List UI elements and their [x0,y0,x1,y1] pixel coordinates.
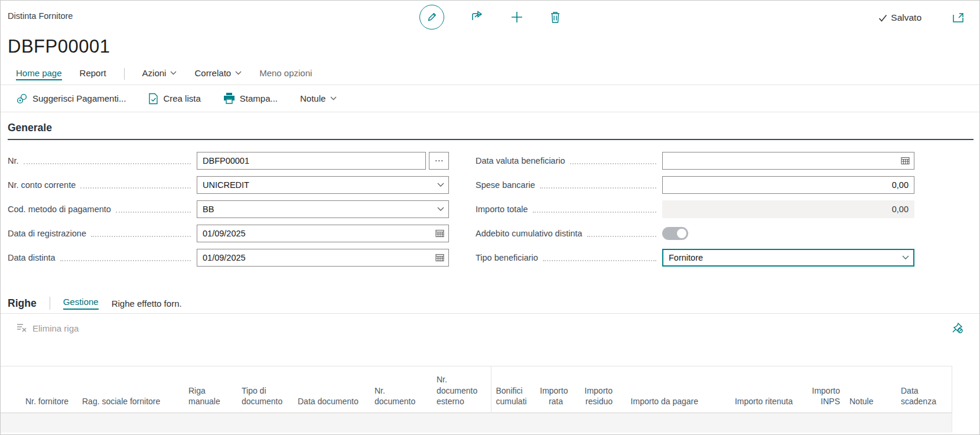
col-nr-documento[interactable]: Nr. documento [370,366,432,413]
pencil-icon [426,11,438,23]
tab-home-page[interactable]: Home page [16,68,62,80]
check-icon [878,14,887,22]
col-bonifici-cumulati[interactable]: Bonifici cumulati [491,366,535,413]
calendar-icon[interactable] [901,157,910,165]
dotted-leader [60,254,191,261]
col-data-documento[interactable]: Data documento [293,366,370,413]
righe-header: Righe Gestione Righe effetto forn. [1,293,979,314]
tab-meno-opzioni[interactable]: Meno opzioni [259,68,312,80]
col-importo-ritenuta[interactable]: Importo ritenuta [703,366,797,413]
general-section: Generale Nr. DBFP00001 ⋯ Nr. conto corre… [1,112,979,270]
nr-input[interactable]: DBFP00001 [197,152,426,170]
dotted-leader [533,206,656,213]
print-button[interactable]: Stampa... [223,93,278,104]
col-importo-inps[interactable]: Importo INPS [797,366,845,413]
conto-corrente-select[interactable]: UNICREDIT [197,176,449,194]
field-data-valuta-beneficiario-label: Data valuta beneficiario [476,156,565,165]
empty-line-row[interactable] [1,413,952,433]
tab-report[interactable]: Report [80,68,106,80]
chevron-down-icon[interactable] [437,207,444,212]
field-cod-metodo-pagamento: Cod. metodo di pagamento BB [8,197,449,221]
col-rag-sociale-fornitore[interactable]: Rag. sociale fornitore [77,366,184,413]
tab-correlato[interactable]: Correlato [194,68,242,80]
printer-icon [223,93,235,104]
record-actions [419,5,561,30]
chevron-down-icon [170,71,177,75]
addebito-cumulativo-toggle[interactable] [662,227,688,240]
col-data-scadenza[interactable]: Data scadenza [883,366,952,413]
col-importo-da-pagare[interactable]: Importo da pagare [617,366,703,413]
dotted-leader [116,206,191,213]
tab-azioni[interactable]: Azioni [142,68,177,80]
data-valuta-beneficiario-input[interactable] [662,152,914,170]
new-button[interactable] [510,11,523,24]
suggest-payments-button[interactable]: Suggerisci Pagamenti... [16,93,126,105]
create-list-label: Crea lista [163,93,200,103]
chevron-down-icon [330,96,337,100]
col-nr-fornitore[interactable]: Nr. fornitore [1,366,77,413]
data-distinta-input[interactable]: 01/09/2025 [197,249,449,267]
ribbon-tabs: Home page Report Azioni Correlato Meno o… [1,63,979,85]
tab-azioni-label: Azioni [142,68,167,78]
create-list-button[interactable]: Crea lista [148,93,200,105]
share-icon [470,10,484,24]
document-check-icon [148,93,158,105]
col-tipo-documento[interactable]: Tipo di documento [237,366,293,413]
general-left-column: Nr. DBFP00001 ⋯ Nr. conto corrente UNICR… [8,148,449,270]
metodo-pagamento-select[interactable]: BB [197,200,449,218]
plus-icon [510,11,523,24]
importo-totale-readonly: 0,00 [662,200,914,218]
righe-separator [50,297,50,310]
print-label: Stampa... [240,93,278,103]
chevron-down-icon[interactable] [902,255,909,260]
suggest-payments-icon [16,93,28,105]
field-nr-conto-corrente: Nr. conto corrente UNICREDIT [8,173,449,197]
righe-menu-gestione[interactable]: Gestione [63,297,99,310]
annotation-arrow [662,249,666,255]
suggest-payments-label: Suggerisci Pagamenti... [32,93,126,103]
righe-toolbar: Elimina riga [1,314,979,342]
col-notule[interactable]: Notule [845,366,883,413]
calendar-icon[interactable] [435,254,444,262]
dotted-leader [24,157,191,164]
field-nr-conto-corrente-label: Nr. conto corrente [8,180,76,190]
field-data-registrazione: Data di registrazione 01/09/2025 [8,221,449,245]
data-distinta-value: 01/09/2025 [203,253,246,262]
col-importo-rata[interactable]: Importo rata [535,366,568,413]
data-registrazione-input[interactable]: 01/09/2025 [197,225,449,242]
ellipsis-icon: ⋯ [435,155,444,165]
top-bar: Distinta Fornitore [1,1,979,35]
delete-button[interactable] [549,11,561,24]
data-registrazione-value: 01/09/2025 [203,229,246,238]
field-data-valuta-beneficiario: Data valuta beneficiario [476,148,914,173]
calendar-icon[interactable] [435,229,444,238]
righe-menu-righe-effetto[interactable]: Righe effetto forn. [112,298,182,309]
delete-row-button[interactable]: Elimina riga [16,323,79,333]
open-in-new-window-button[interactable] [952,12,964,23]
field-data-registrazione-label: Data di registrazione [8,229,86,238]
tipo-beneficiario-select[interactable]: Fornitore [662,249,914,267]
col-importo-residuo[interactable]: Importo residuo [568,366,617,413]
chevron-down-icon [235,71,242,75]
field-importo-totale-label: Importo totale [476,204,528,214]
notule-menu-button[interactable]: Notule [300,93,337,103]
edit-button[interactable] [419,5,444,30]
field-data-distinta: Data distinta 01/09/2025 [8,245,449,270]
field-data-distinta-label: Data distinta [8,253,56,262]
trash-icon [549,11,561,24]
chevron-down-icon[interactable] [437,183,444,187]
unpin-button[interactable] [951,322,964,335]
general-fields: Nr. DBFP00001 ⋯ Nr. conto corrente UNICR… [8,148,974,270]
dotted-leader [91,230,191,237]
col-riga-manuale[interactable]: Riga manuale [184,366,237,413]
general-right-column: Data valuta beneficiario Spese bancarie [476,148,914,270]
tab-separator [124,68,125,80]
field-addebito-cumulativo: Addebito cumulativo distinta [476,221,914,245]
lines-table: Nr. fornitore Rag. sociale fornitore Rig… [1,366,952,433]
col-nr-documento-esterno[interactable]: Nr. documento esterno [432,366,491,413]
nr-lookup-button[interactable]: ⋯ [429,152,449,170]
field-tipo-beneficiario-label: Tipo beneficiario [476,253,538,262]
lines-header-row: Nr. fornitore Rag. sociale fornitore Rig… [1,366,952,413]
share-button[interactable] [470,10,484,24]
spese-bancarie-input[interactable]: 0,00 [662,176,914,194]
